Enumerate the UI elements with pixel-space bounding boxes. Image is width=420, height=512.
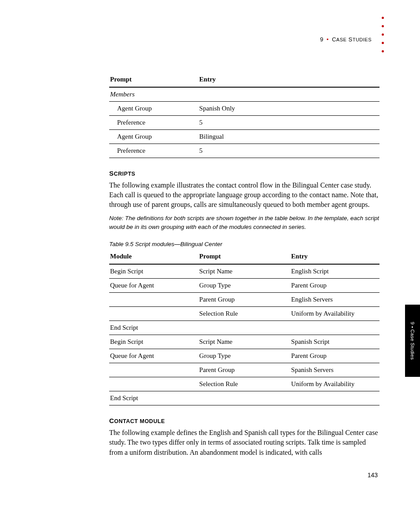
table-row: Preference 5 <box>109 144 379 158</box>
cell-entry: Parent Group <box>290 279 379 293</box>
cell-entry: English Servers <box>290 293 379 307</box>
bullet-icon: • <box>410 326 415 328</box>
cell-prompt: Group Type <box>199 349 291 363</box>
table-row: Selection Rule Uniform by Availability <box>109 377 379 391</box>
table-row: Begin Script Script Name Spanish Script <box>109 335 379 349</box>
section-label: Members <box>109 87 379 102</box>
table-row: Agent Group Bilingual <box>109 130 379 144</box>
page-number: 143 <box>368 471 378 479</box>
cell-module <box>109 377 199 391</box>
cell-entry: Spanish Script <box>290 335 379 349</box>
cell-module: End Script <box>109 321 199 335</box>
cell-entry: Parent Group <box>290 349 379 363</box>
table-row: Preference 5 <box>109 116 379 130</box>
cell-prompt: Preference <box>109 116 199 130</box>
cell-prompt: Group Type <box>199 279 291 293</box>
cell-prompt <box>199 321 291 335</box>
scripts-note: Note: The definitions for both scripts a… <box>109 214 379 231</box>
table-row: Queue for Agent Group Type Parent Group <box>109 349 379 363</box>
contact-body-text: The following example defines the Englis… <box>109 428 379 457</box>
cell-prompt: Selection Rule <box>199 377 291 391</box>
table-row: Selection Rule Uniform by Availability <box>109 307 379 321</box>
cell-module: Begin Script <box>109 264 199 279</box>
table-header-row: Module Prompt Entry <box>109 250 379 264</box>
decorative-dots <box>382 17 384 52</box>
dot-icon <box>382 33 384 36</box>
cell-prompt: Preference <box>109 144 199 158</box>
cell-module: Queue for Agent <box>109 349 199 363</box>
cell-prompt: Parent Group <box>199 293 291 307</box>
table-row: End Script <box>109 321 379 335</box>
table-caption: Table 9.5 Script modules—Bilingual Cente… <box>109 241 379 247</box>
cell-prompt: Script Name <box>199 264 291 279</box>
cell-prompt: Agent Group <box>109 130 199 144</box>
cell-module <box>109 307 199 321</box>
col-header-entry: Entry <box>199 73 291 87</box>
col-header-prompt: Prompt <box>199 250 291 264</box>
table-row: Parent Group Spanish Servers <box>109 363 379 377</box>
scripts-body-text: The following example illustrates the co… <box>109 180 379 210</box>
cell-module <box>109 363 199 377</box>
col-header-module: Module <box>109 250 199 264</box>
dot-icon <box>382 42 384 44</box>
table-row: Agent Group Spanish Only <box>109 102 379 116</box>
table-row: Queue for Agent Group Type Parent Group <box>109 279 379 293</box>
cell-entry: Bilingual <box>199 130 291 144</box>
script-modules-table: Module Prompt Entry Begin Script Script … <box>109 250 379 405</box>
cell-entry: 5 <box>199 144 291 158</box>
cell-entry: Uniform by Availability <box>290 307 379 321</box>
page-content: Prompt Entry Members Agent Group Spanish… <box>109 34 379 462</box>
contact-module-heading: CONTACT MODULE <box>109 417 379 424</box>
col-header-entry: Entry <box>290 250 379 264</box>
table-section-row: Members <box>109 87 379 102</box>
cell-prompt: Parent Group <box>199 363 291 377</box>
cell-prompt: Script Name <box>199 335 291 349</box>
cell-entry <box>290 391 379 405</box>
table-row: End Script <box>109 391 379 405</box>
scripts-heading: SCRIPTS <box>109 169 379 177</box>
col-header-prompt: Prompt <box>109 73 199 87</box>
table-row: Parent Group English Servers <box>109 293 379 307</box>
dot-icon <box>382 25 384 27</box>
cell-prompt <box>199 391 291 405</box>
table-row: Begin Script Script Name English Script <box>109 264 379 279</box>
cell-entry: Spanish Servers <box>290 363 379 377</box>
table-header-row: Prompt Entry <box>109 73 379 87</box>
dot-icon <box>382 50 384 52</box>
cell-prompt: Agent Group <box>109 102 199 116</box>
cell-prompt: Selection Rule <box>199 307 291 321</box>
cell-module <box>109 293 199 307</box>
cell-entry: Spanish Only <box>199 102 291 116</box>
side-tab: 9 • Case Studies <box>405 305 420 377</box>
cell-module: Queue for Agent <box>109 279 199 293</box>
dot-icon <box>382 17 384 19</box>
cell-entry: Uniform by Availability <box>290 377 379 391</box>
cell-entry: English Script <box>290 264 379 279</box>
cell-module: End Script <box>109 391 199 405</box>
cell-module: Begin Script <box>109 335 199 349</box>
prompt-entry-table: Prompt Entry Members Agent Group Spanish… <box>109 73 379 158</box>
cell-entry: 5 <box>199 116 291 130</box>
side-tab-title: Case Studies <box>410 329 415 360</box>
side-tab-number: 9 <box>410 322 415 324</box>
cell-entry <box>290 321 379 335</box>
